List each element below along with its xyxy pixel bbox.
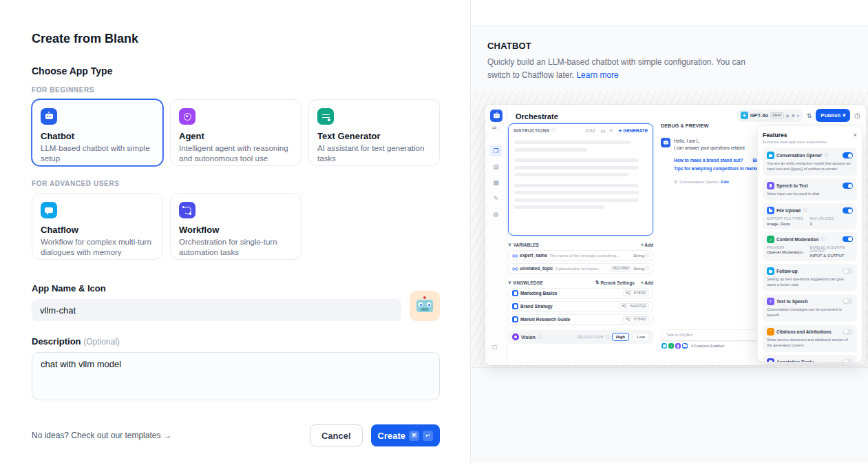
create-button[interactable]: Create ⌘ ↵ [371, 424, 440, 446]
app-type-title: Chatbot [41, 131, 154, 141]
instructions-panel: INSTRUCTIONS ⓘ 2182 {x} ⧉ ✦ GENERATE [508, 123, 653, 236]
app-type-card-agent[interactable]: Agent Intelligent agent with reasoning a… [170, 99, 301, 166]
gear-icon: ⚙ [674, 179, 677, 184]
vision-label: Vision [521, 335, 536, 340]
feature-card-file-upload: File Upload ⓘ SUPPORT FILE TYPES Image, … [763, 203, 857, 229]
cmd-key-icon: ⌘ [409, 431, 419, 441]
globe-nav-icon: ◍ [490, 208, 502, 220]
required-badge: REQUIRED [611, 266, 632, 271]
generate-button: ✦ GENERATE [618, 128, 648, 134]
debug-preview-column: DEBUG & PREVIEW Hello, I am L. I can ans… [661, 123, 759, 184]
knowledge-doc-icon [512, 316, 518, 322]
preview-title: Orchestrate [516, 112, 558, 121]
app-type-desc: Workflow for complex multi-turn dialogue… [41, 237, 154, 258]
variable-braces-icon: {x} [512, 254, 518, 258]
cancel-button[interactable]: Cancel [310, 424, 363, 446]
templates-link[interactable]: No ideas? Check out our templates → [32, 431, 171, 440]
info-icon: ⓘ [538, 334, 542, 340]
app-name-input[interactable] [32, 299, 401, 321]
add-knowledge-button: + Add [641, 280, 653, 285]
feature-title: Content Moderation [776, 237, 818, 242]
text-generator-icon [317, 108, 334, 125]
workflow-icon [179, 202, 195, 218]
chat-input: Talk to DifyBot [661, 330, 760, 340]
collapse-icon: ▢ [492, 344, 498, 350]
citations-icon: “ [767, 328, 774, 336]
app-name-label: App Name & Icon [32, 283, 401, 294]
variable-row: {x} unrelated_topic A placeholder for to… [508, 263, 653, 274]
content-moderation-icon: ✓ [767, 236, 774, 243]
app-type-card-chatflow[interactable]: Chatflow Workflow for complex multi-turn… [32, 193, 163, 260]
follow-up-icon [767, 267, 774, 275]
preview-sidebar: ⇄ ❐ ▤ ▦ ✎ ◍ ▢ [485, 105, 507, 365]
suggested-questions: How to make a brand stand out? Bes Tips … [674, 156, 759, 174]
feature-toggle [843, 298, 853, 305]
app-icon-picker[interactable] [410, 291, 440, 321]
knowledge-mode-badge: HQ · HYBRID [623, 316, 649, 322]
feature-card-conversation-opener: Conversation Opener ⓘ You are an entity … [763, 148, 857, 176]
publish-button: Publish ▾ [816, 109, 850, 122]
knowledge-doc-icon [512, 303, 518, 309]
variables-label: VARIABLES [514, 243, 539, 247]
cycle-glyph [184, 207, 191, 214]
debug-preview-label: DEBUG & PREVIEW [661, 123, 759, 128]
bubble-glyph [45, 207, 53, 214]
feature-card-follow-up: Follow-up Setting up next questions sugg… [763, 264, 857, 291]
feature-card-content-moderation: ✓ Content Moderation ⓘ PROVIDER OpenAI M… [763, 232, 857, 262]
feature-desc: Voice input can be used in chat. [767, 192, 853, 197]
info-icon: ⓘ [824, 152, 828, 158]
create-app-dialog: Create from Blank Choose App Type FOR BE… [0, 0, 471, 463]
bot-message: Hello, I am L. I can answer your questio… [661, 138, 759, 152]
info-icon: ⓘ [606, 334, 610, 340]
variable-name: expert_name [520, 253, 547, 258]
feature-toggle [843, 152, 853, 158]
app-name-row: App Name & Icon [32, 283, 440, 321]
feature-dot-icon [661, 343, 667, 349]
knowledge-row: Marketing Basics HQ · HYBRID [508, 288, 653, 298]
app-type-desc: AI assistant for text generation tasks [317, 143, 431, 164]
feature-dot-icon [675, 343, 681, 349]
feature-toggle [843, 207, 853, 214]
feature-toggle [843, 359, 853, 362]
feature-card-annotation-reply: Annotation Reply [763, 355, 857, 362]
robot-emoji-icon [416, 300, 433, 312]
char-count: 2182 [585, 128, 595, 133]
image-nav-icon: ▤ [490, 161, 502, 172]
opener-label: Conversation Opener [679, 180, 719, 184]
create-button-label: Create [378, 431, 405, 441]
dialog-footer: No ideas? Check out our templates → Canc… [32, 424, 440, 446]
enter-key-icon: ↵ [423, 431, 433, 441]
app-type-title: Chatflow [41, 225, 154, 235]
variable-row: {x} expert_name The name of the strategi… [508, 250, 653, 260]
app-type-title: Agent [179, 131, 293, 141]
spec-label: PROVIDER [767, 246, 810, 249]
feature-dot-icon [682, 343, 688, 349]
info-icon: ⓘ [645, 265, 649, 271]
app-type-card-workflow[interactable]: Workflow Orchestration for single-turn a… [170, 193, 301, 260]
app-type-desc: LLM-based chatbot with simple setup [41, 143, 154, 164]
conversation-opener-icon [767, 152, 774, 159]
publish-label: Publish [821, 112, 840, 119]
optional-label: (Optional) [83, 337, 120, 347]
preview-stripe-band: ⇄ ❐ ▤ ▦ ✎ ◍ ▢ Orchestrate ✦ GPT-4o CHAT … [471, 91, 868, 368]
orchestrate-nav-icon: ❐ [490, 145, 502, 156]
feature-title: Speech to Text [776, 183, 808, 188]
speech-to-text-icon [767, 182, 774, 189]
right-top-strip [471, 0, 868, 25]
beginner-cards-row: Chatbot LLM-based chatbot with simple se… [32, 99, 440, 166]
feature-card-citations: “ Citations and Attributions Show source… [763, 325, 857, 352]
knowledge-label: KNOWLEDGE [514, 280, 543, 285]
copy-icon: ⧉ [610, 128, 613, 133]
app-type-card-text-generator[interactable]: Text Generator AI assistant for text gen… [308, 99, 440, 166]
app-type-title: Text Generator [317, 131, 431, 141]
knowledge-name: Marketing Basics [520, 291, 557, 296]
choose-app-type-label: Choose App Type [32, 65, 440, 76]
close-icon: × [854, 132, 857, 138]
description-textarea[interactable]: chat with vllm model [32, 352, 440, 400]
note-nav-icon: ✎ [490, 192, 502, 204]
model-capability-icon: ◉ [786, 113, 790, 118]
learn-more-link[interactable]: Learn more [576, 70, 618, 80]
app-type-card-chatbot[interactable]: Chatbot LLM-based chatbot with simple se… [32, 99, 163, 166]
knowledge-section-header: ∨ KNOWLEDGE ⇅ Rerank Settings + Add [508, 280, 653, 285]
feature-desc: Setting up next questions suggestion can… [767, 277, 853, 288]
